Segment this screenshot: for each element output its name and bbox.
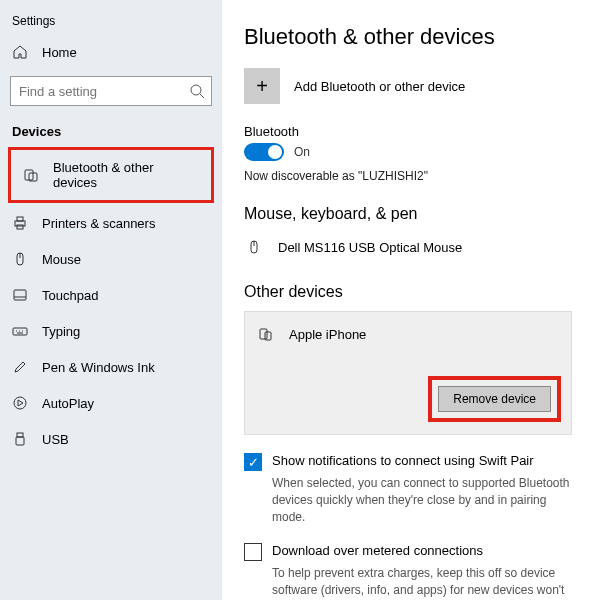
svg-point-9 — [14, 397, 26, 409]
nav-item-label: Mouse — [42, 252, 81, 267]
svg-point-0 — [191, 85, 201, 95]
search-button[interactable] — [182, 76, 212, 106]
nav-item-label: Bluetooth & other devices — [53, 160, 199, 190]
nav-item-label: Pen & Windows Ink — [42, 360, 155, 375]
search-icon — [189, 83, 205, 99]
metered-label: Download over metered connections — [272, 543, 483, 558]
nav-pen[interactable]: Pen & Windows Ink — [0, 349, 222, 385]
mouse-icon — [244, 237, 264, 257]
nav-home-label: Home — [42, 45, 77, 60]
autoplay-icon — [12, 395, 28, 411]
nav-printers[interactable]: Printers & scanners — [0, 205, 222, 241]
usb-icon — [12, 431, 28, 447]
plus-icon: + — [244, 68, 280, 104]
device-label: Dell MS116 USB Optical Mouse — [278, 240, 462, 255]
keyboard-icon — [12, 323, 28, 339]
section-devices: Devices — [0, 116, 222, 145]
nav-usb[interactable]: USB — [0, 421, 222, 457]
svg-rect-10 — [17, 433, 23, 437]
nav-bluetooth[interactable]: Bluetooth & other devices — [8, 147, 214, 203]
printer-icon — [12, 215, 28, 231]
nav-touchpad[interactable]: Touchpad — [0, 277, 222, 313]
search-wrap — [10, 76, 212, 106]
bluetooth-caption: Bluetooth — [244, 124, 572, 139]
nav-typing[interactable]: Typing — [0, 313, 222, 349]
toggle-state-label: On — [294, 145, 310, 159]
nav-item-label: Printers & scanners — [42, 216, 155, 231]
add-device-button[interactable]: + Add Bluetooth or other device — [244, 68, 572, 104]
section-mouse-keyboard: Mouse, keyboard, & pen — [244, 205, 572, 223]
remove-device-button[interactable]: Remove device — [438, 386, 551, 412]
discoverable-text: Now discoverable as "LUZHISHI2" — [244, 169, 572, 183]
page-title: Bluetooth & other devices — [244, 24, 572, 50]
nav-item-label: Typing — [42, 324, 80, 339]
metered-checkbox[interactable] — [244, 543, 262, 561]
mouse-icon — [12, 251, 28, 267]
nav-item-label: AutoPlay — [42, 396, 94, 411]
sidebar: Settings Home Devices Bluetooth & other … — [0, 0, 222, 600]
nav-item-label: Touchpad — [42, 288, 98, 303]
swift-pair-help: When selected, you can connect to suppor… — [272, 475, 572, 525]
nav-autoplay[interactable]: AutoPlay — [0, 385, 222, 421]
pen-icon — [12, 359, 28, 375]
nav-home[interactable]: Home — [0, 34, 222, 70]
device-mouse[interactable]: Dell MS116 USB Optical Mouse — [244, 233, 572, 261]
bluetooth-icon — [23, 167, 39, 183]
touchpad-icon — [12, 287, 28, 303]
remove-highlight: Remove device — [428, 376, 561, 422]
home-icon — [12, 44, 28, 60]
svg-rect-11 — [16, 437, 24, 445]
swift-pair-checkbox[interactable]: ✓ — [244, 453, 262, 471]
app-title: Settings — [0, 8, 222, 34]
section-other-devices: Other devices — [244, 283, 572, 301]
svg-rect-13 — [260, 329, 267, 339]
metered-help: To help prevent extra charges, keep this… — [272, 565, 572, 600]
swift-pair-label: Show notifications to connect using Swif… — [272, 453, 534, 468]
content-area: Bluetooth & other devices + Add Bluetoot… — [222, 0, 590, 600]
device-phone[interactable]: Apple iPhone — [255, 320, 561, 348]
svg-rect-7 — [14, 290, 26, 300]
other-device-panel: Apple iPhone Remove device — [244, 311, 572, 435]
svg-rect-4 — [17, 217, 23, 221]
phone-icon — [255, 324, 275, 344]
add-device-label: Add Bluetooth or other device — [294, 79, 465, 94]
bluetooth-toggle[interactable] — [244, 143, 284, 161]
nav-item-label: USB — [42, 432, 69, 447]
nav-mouse[interactable]: Mouse — [0, 241, 222, 277]
device-label: Apple iPhone — [289, 327, 366, 342]
